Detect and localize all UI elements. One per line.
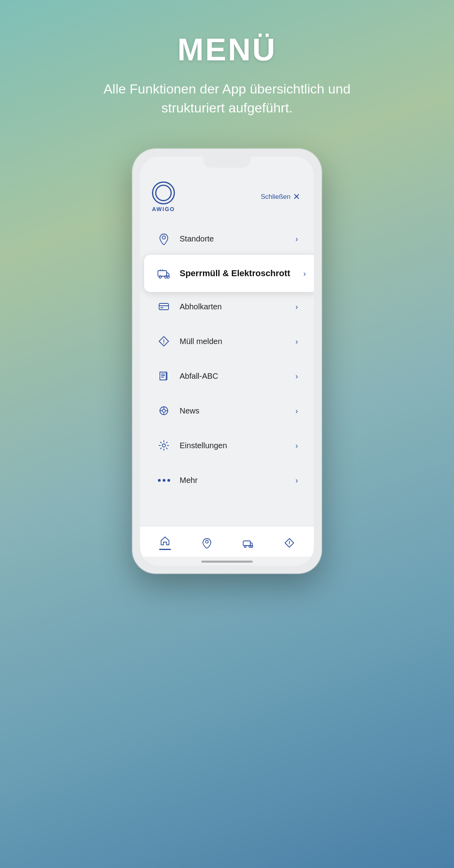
awigo-logo: AWIGO bbox=[152, 181, 175, 212]
einstellungen-label: Einstellungen bbox=[180, 441, 295, 450]
einstellungen-chevron: › bbox=[295, 441, 298, 450]
sperrmuell-chevron: › bbox=[303, 269, 306, 278]
muell-melden-chevron: › bbox=[295, 337, 298, 346]
location-icon bbox=[156, 231, 172, 247]
nav-truck[interactable] bbox=[236, 535, 259, 550]
nav-home[interactable] bbox=[153, 533, 177, 552]
bottom-nav bbox=[140, 526, 314, 557]
svg-point-15 bbox=[205, 540, 208, 543]
phone-screen: AWIGO Schließen ✕ Stando bbox=[140, 157, 314, 566]
svg-point-13 bbox=[162, 409, 165, 412]
abfall-abc-chevron: › bbox=[295, 372, 298, 381]
svg-point-0 bbox=[162, 236, 165, 239]
abholkarten-label: Abholkarten bbox=[180, 302, 295, 311]
phone-notch bbox=[203, 157, 251, 168]
menu-item-abholkarten[interactable]: Abholkarten › bbox=[148, 290, 306, 323]
mehr-chevron: › bbox=[295, 476, 298, 485]
svg-point-19 bbox=[251, 545, 253, 547]
page-title: MENÜ bbox=[177, 32, 277, 68]
abfall-abc-label: Abfall-ABC bbox=[180, 372, 295, 381]
menu-item-news[interactable]: News › bbox=[148, 394, 306, 427]
svg-rect-16 bbox=[243, 541, 250, 546]
awigo-logo-text: AWIGO bbox=[152, 206, 175, 212]
svg-rect-5 bbox=[159, 303, 169, 310]
phone-frame: AWIGO Schließen ✕ Stando bbox=[132, 149, 322, 574]
menu-item-abfall-abc[interactable]: Abfall-ABC › bbox=[148, 359, 306, 393]
sperrmuell-label: Sperrmüll & Elektroschrott bbox=[180, 268, 303, 279]
menu-header: AWIGO Schließen ✕ bbox=[140, 176, 314, 222]
nav-warning[interactable] bbox=[278, 535, 301, 550]
svg-point-17 bbox=[244, 545, 246, 547]
svg-point-14 bbox=[162, 444, 165, 447]
warning-diamond-icon bbox=[156, 333, 172, 349]
book-icon bbox=[156, 368, 172, 384]
abholkarten-chevron: › bbox=[295, 302, 298, 311]
close-label: Schließen bbox=[261, 193, 291, 201]
menu-list: Standorte › Sp bbox=[140, 222, 314, 497]
gear-icon bbox=[156, 438, 172, 453]
menu-item-mehr[interactable]: Mehr › bbox=[148, 464, 306, 497]
standorte-chevron: › bbox=[295, 234, 298, 243]
close-button[interactable]: Schließen ✕ bbox=[261, 192, 300, 202]
standorte-label: Standorte bbox=[180, 234, 295, 243]
svg-point-21 bbox=[289, 544, 290, 545]
home-indicator bbox=[201, 561, 253, 563]
news-label: News bbox=[180, 406, 295, 415]
menu-item-einstellungen[interactable]: Einstellungen › bbox=[148, 429, 306, 462]
svg-point-9 bbox=[163, 343, 164, 344]
card-icon bbox=[156, 299, 172, 314]
news-chevron: › bbox=[295, 406, 298, 415]
close-icon: ✕ bbox=[293, 192, 300, 202]
svg-rect-1 bbox=[158, 271, 167, 276]
muell-melden-label: Müll melden bbox=[180, 337, 295, 346]
dots-icon bbox=[156, 472, 172, 488]
nav-location[interactable] bbox=[195, 535, 218, 550]
menu-item-muell-melden[interactable]: Müll melden › bbox=[148, 325, 306, 358]
menu-item-sperrmuell[interactable]: Sperrmüll & Elektroschrott › bbox=[144, 255, 314, 292]
news-icon bbox=[156, 403, 172, 419]
awigo-logo-circle bbox=[152, 181, 175, 204]
mehr-label: Mehr bbox=[180, 476, 295, 485]
page-subtitle: Alle Funktionen der App übersichtlich un… bbox=[99, 80, 355, 117]
menu-item-standorte[interactable]: Standorte › bbox=[148, 222, 306, 255]
truck-icon bbox=[156, 266, 172, 281]
